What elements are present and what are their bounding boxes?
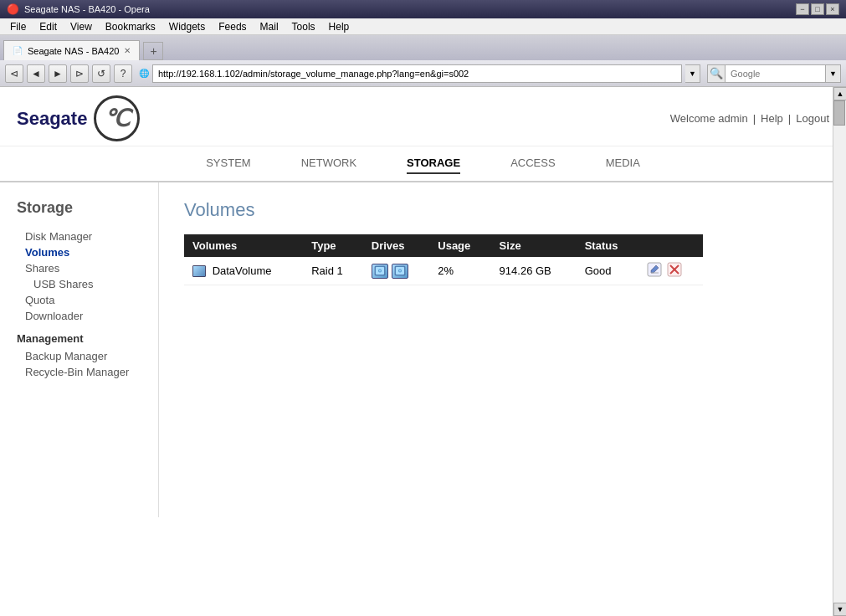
nav-media[interactable]: MEDIA (606, 153, 640, 174)
disk-svg-2 (394, 265, 406, 276)
page: Seagate ℃ Welcome admin | Help | Logout … (0, 87, 846, 616)
volume-icon (192, 265, 206, 277)
content-area: Volumes Volumes Type Drives Usage Size S… (159, 182, 846, 517)
logo-text: Seagate (17, 108, 87, 130)
logout-link[interactable]: Logout (796, 112, 829, 125)
browser-menu: File Edit View Bookmarks Widgets Feeds M… (0, 18, 846, 35)
nav-back-button[interactable]: ◄ (27, 64, 45, 83)
scroll-thumb[interactable] (833, 100, 845, 126)
volumes-table: Volumes Type Drives Usage Size Status (184, 234, 703, 285)
delete-icon (667, 262, 682, 277)
col-status: Status (577, 234, 638, 257)
svg-point-7 (399, 270, 401, 272)
edit-button[interactable] (647, 262, 662, 280)
sidebar-item-quota[interactable]: Quota (17, 292, 150, 308)
sidebar-item-backup-manager[interactable]: Backup Manager (17, 348, 150, 364)
col-type: Type (303, 234, 363, 257)
menu-tools[interactable]: Tools (285, 19, 322, 34)
tab-close-button[interactable]: ✕ (124, 46, 131, 55)
volume-name: DataVolume (213, 264, 272, 277)
col-usage: Usage (429, 234, 490, 257)
search-dropdown-button[interactable]: ▼ (826, 64, 841, 83)
close-button[interactable]: × (826, 3, 839, 15)
menu-edit[interactable]: Edit (33, 19, 64, 34)
tab-title: Seagate NAS - BA420 (28, 46, 119, 56)
browser-titlebar: 🔴 Seagate NAS - BA420 - Opera − □ × (0, 0, 846, 18)
sidebar-item-volumes[interactable]: Volumes (17, 244, 150, 260)
menu-bookmarks[interactable]: Bookmarks (99, 19, 162, 34)
menu-view[interactable]: View (64, 19, 99, 34)
nav-system[interactable]: SYSTEM (206, 153, 250, 174)
search-engine-button[interactable]: 🔍 (707, 64, 726, 83)
volume-size-cell: 914.26 GB (491, 257, 577, 285)
help-link[interactable]: Help (761, 112, 783, 125)
address-input[interactable] (152, 64, 682, 83)
address-dropdown-button[interactable]: ▼ (685, 64, 700, 83)
col-drives: Drives (363, 234, 430, 257)
sep2: | (788, 112, 791, 125)
logo-c-icon: ℃ (104, 105, 130, 132)
scroll-down-button[interactable]: ▼ (833, 603, 846, 616)
edit-icon (647, 262, 662, 277)
search-container: 🔍 ▼ (707, 64, 841, 83)
col-size: Size (491, 234, 577, 257)
sidebar-item-shares[interactable]: Shares (17, 260, 150, 276)
page-title: Volumes (184, 199, 821, 221)
address-icon: 🌐 (139, 69, 149, 78)
sidebar-item-downloader[interactable]: Downloader (17, 308, 150, 324)
management-section-title: Management (17, 332, 150, 345)
nav-storage[interactable]: STORAGE (407, 153, 460, 174)
drive-icon-1 (372, 264, 388, 279)
window-controls: − □ × (796, 3, 839, 15)
col-actions (638, 234, 703, 257)
browser-title: Seagate NAS - BA420 - Opera (24, 4, 791, 14)
menu-widgets[interactable]: Widgets (162, 19, 212, 34)
volume-drives-cell (363, 257, 430, 285)
main-layout: Storage Disk Manager Volumes Shares USB … (0, 182, 846, 517)
drive-icon-2 (392, 264, 408, 279)
volume-type-cell: Raid 1 (303, 257, 363, 285)
nav-access[interactable]: ACCESS (510, 153, 555, 174)
address-bar-container: 🌐 ▼ (139, 64, 700, 83)
sidebar-item-disk-manager[interactable]: Disk Manager (17, 228, 150, 244)
sidebar-item-usb-shares[interactable]: USB Shares (17, 276, 150, 292)
new-tab-button[interactable]: + (143, 42, 163, 60)
disk-svg-1 (374, 265, 386, 276)
minimize-button[interactable]: − (796, 3, 809, 15)
nav-rewind-button[interactable]: ⊲ (5, 64, 23, 83)
volume-name-cell: DataVolume (184, 257, 303, 285)
scroll-track[interactable] (833, 100, 846, 603)
welcome-text: Welcome admin (670, 112, 748, 125)
volume-usage-cell: 2% (429, 257, 490, 285)
nav-help-button[interactable]: ? (114, 64, 132, 83)
drive-icons (372, 264, 422, 279)
scroll-up-button[interactable]: ▲ (833, 87, 846, 100)
table-row: DataVolume Raid 1 (184, 257, 703, 285)
search-input[interactable] (726, 64, 826, 83)
volume-actions-cell (638, 257, 703, 285)
browser-content: Seagate ℃ Welcome admin | Help | Logout … (0, 87, 846, 616)
action-icons (647, 262, 695, 280)
nav-network[interactable]: NETWORK (301, 153, 356, 174)
tab-favicon: 📄 (13, 46, 23, 55)
browser-tabs: 📄 Seagate NAS - BA420 ✕ + (0, 35, 846, 60)
menu-help[interactable]: Help (322, 19, 356, 34)
main-nav: SYSTEM NETWORK STORAGE ACCESS MEDIA (0, 146, 846, 182)
header-links: Welcome admin | Help | Logout (670, 112, 829, 125)
menu-feeds[interactable]: Feeds (212, 19, 253, 34)
nav-forward-button[interactable]: ► (49, 64, 67, 83)
logo: Seagate ℃ (17, 95, 140, 141)
menu-mail[interactable]: Mail (254, 19, 285, 34)
maximize-button[interactable]: □ (811, 3, 824, 15)
browser-nav: ⊲ ◄ ► ⊳ ↺ ? 🌐 ▼ 🔍 ▼ (0, 60, 846, 87)
sidebar-title: Storage (17, 199, 150, 217)
sidebar: Storage Disk Manager Volumes Shares USB … (0, 182, 159, 517)
delete-button[interactable] (667, 262, 682, 280)
sep1: | (753, 112, 756, 125)
nav-fastforward-button[interactable]: ⊳ (70, 64, 89, 83)
nav-refresh-button[interactable]: ↺ (92, 64, 110, 83)
sidebar-item-recyclebin-manager[interactable]: Recycle-Bin Manager (17, 364, 150, 380)
active-tab[interactable]: 📄 Seagate NAS - BA420 ✕ (3, 40, 140, 60)
menu-file[interactable]: File (3, 19, 33, 34)
logo-circle: ℃ (94, 95, 140, 141)
